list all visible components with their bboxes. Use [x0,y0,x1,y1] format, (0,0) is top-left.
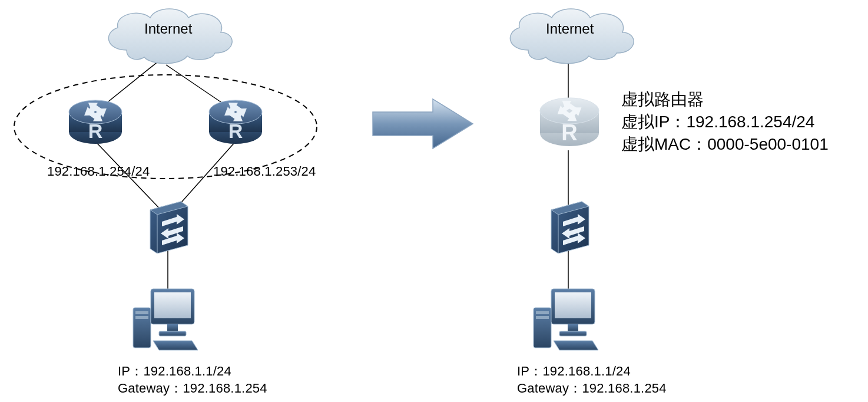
cloud-icon [496,3,643,74]
svg-text:R: R [228,120,243,142]
svg-rect-41 [559,331,587,336]
pc-icon [128,283,199,354]
virtual-router-icon: R [537,93,602,152]
diagram-canvas: Internet R [0,0,868,402]
svg-rect-26 [159,331,186,336]
svg-rect-36 [536,311,549,314]
router-icon: R [66,95,125,149]
svg-marker-27 [153,341,198,350]
svg-rect-25 [167,324,178,331]
virtual-router-ip: 虚拟IP：192.168.1.254/24 [621,111,814,133]
pc-gw-label: Gateway：192.168.1.254 [517,380,667,397]
pc-icon [529,283,599,354]
svg-rect-21 [135,311,148,314]
svg-rect-22 [135,316,148,319]
svg-rect-37 [536,316,549,319]
pc-gw-label: Gateway：192.168.1.254 [118,380,267,397]
cloud-label: Internet [144,21,192,37]
switch-icon [545,199,592,253]
svg-text:R: R [561,120,577,145]
svg-rect-39 [555,292,591,318]
cloud-icon [94,3,241,74]
pc-ip-label: IP：192.168.1.1/24 [517,363,631,380]
svg-rect-24 [154,292,191,318]
svg-text:R: R [88,120,103,142]
router1-ip-label: 192.168.1.254/24 [47,164,150,179]
svg-point-8 [14,75,317,179]
svg-marker-42 [554,341,598,350]
switch-icon [144,199,191,253]
router2-ip-label: 192.168.1.253/24 [213,164,316,179]
pc-ip-label: IP：192.168.1.1/24 [118,363,231,380]
arrow-icon [368,94,480,153]
virtual-router-mac: 虚拟MAC：0000-5e00-0101 [621,133,829,156]
cloud-label: Internet [546,21,594,37]
svg-rect-40 [568,324,578,331]
router-icon: R [206,95,265,149]
virtual-router-title: 虚拟路由器 [621,88,704,111]
